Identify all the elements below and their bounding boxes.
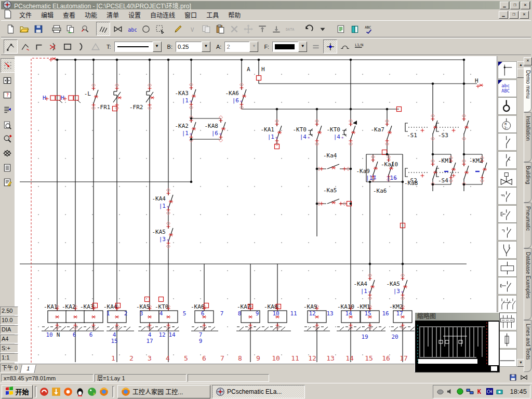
menu-item-4[interactable]: 清单 <box>102 9 124 21</box>
dataicon-button[interactable]: DATA <box>284 22 297 35</box>
mdi-minimize-button[interactable]: ▁ <box>499 11 508 19</box>
menu-item-0[interactable]: 文件 <box>15 9 36 21</box>
area-button[interactable] <box>153 22 166 35</box>
palette-symbol-coilsym[interactable] <box>498 259 517 277</box>
palette-symbol-c_tmr[interactable] <box>498 223 517 241</box>
pindown-button[interactable] <box>270 22 283 35</box>
hop-button[interactable] <box>338 40 351 53</box>
task-button-0[interactable]: 工控人家园 工控... <box>117 385 210 398</box>
quicklaunch-qq-button[interactable] <box>75 387 85 397</box>
circle-button[interactable] <box>139 22 152 35</box>
quicklaunch-parrot-button[interactable] <box>87 387 97 397</box>
palette-tab-installation[interactable]: Installation <box>524 112 531 162</box>
status-cell-4[interactable]: S:+ <box>0 344 18 353</box>
line-width-dropdown-icon[interactable]: ▼ <box>202 42 210 52</box>
menu-item-7[interactable]: 窗口 <box>180 9 202 21</box>
angle-dropdown-icon[interactable]: ▼ <box>249 42 258 52</box>
status-cell-5[interactable]: 1:1 <box>0 353 18 362</box>
palette-symbol-c_ham[interactable] <box>498 151 517 169</box>
curvecut-button[interactable] <box>47 40 60 53</box>
menu-item-9[interactable]: 帮助 <box>223 9 245 21</box>
palette-symbol-c_brk[interactable] <box>498 205 517 223</box>
line-type-dropdown-icon[interactable]: ▼ <box>153 42 162 52</box>
findsym-button[interactable] <box>78 22 91 35</box>
mdi-close-button[interactable]: ✕ <box>520 11 529 19</box>
save-button[interactable] <box>32 22 45 35</box>
palette-tab-database-examples[interactable]: Database Examples <box>524 248 531 320</box>
tray-green-icon[interactable] <box>456 388 464 395</box>
corner-button[interactable] <box>33 40 46 53</box>
line-type-combo[interactable]: ▼ <box>114 42 162 52</box>
palette-symbol-valve[interactable] <box>498 169 517 187</box>
tray-mouse-icon[interactable] <box>436 388 444 395</box>
menu-item-5[interactable]: 设置 <box>124 9 145 21</box>
palette-symbol-c_3p[interactable] <box>498 295 517 313</box>
book-button[interactable] <box>348 22 361 35</box>
palette-symbol-c_no[interactable] <box>498 133 517 151</box>
tray-ime-icon[interactable]: CH <box>486 388 494 395</box>
palette-tab-lines-and-texts[interactable]: Lines and Texts <box>524 320 531 372</box>
copypage-button[interactable] <box>200 22 212 35</box>
lines-button[interactable] <box>96 22 110 36</box>
start-button[interactable]: 开始 <box>2 385 33 398</box>
pagecopy-button[interactable] <box>64 22 77 35</box>
textabc-button[interactable]: abc <box>125 22 138 35</box>
zoomdoc-button[interactable] <box>1 118 14 132</box>
tray-net-icon[interactable] <box>466 388 474 395</box>
palette-symbol-fuse[interactable] <box>498 331 517 349</box>
color-dropdown-icon[interactable]: ▼ <box>298 42 307 52</box>
palette-tab-demo-menu[interactable]: Demo menu <box>524 66 531 112</box>
paste-button[interactable] <box>214 22 227 35</box>
color-combo[interactable]: ▼ <box>272 42 307 52</box>
polyline-button[interactable] <box>19 40 32 53</box>
l1n-button[interactable]: L1/N <box>352 40 365 53</box>
palette-symbol-c_chg[interactable] <box>498 241 517 259</box>
viewall-button[interactable] <box>1 147 14 160</box>
quicklaunch-firefox-button[interactable] <box>99 387 109 397</box>
new-button[interactable] <box>4 22 17 35</box>
pinup-button[interactable] <box>256 22 269 35</box>
status-cell-2[interactable]: DIA <box>0 325 18 334</box>
tray-volume-icon[interactable] <box>446 388 454 395</box>
menu-item-8[interactable]: 工具 <box>202 9 223 21</box>
spell-button[interactable]: ABC <box>362 22 375 35</box>
vmark-button[interactable]: V <box>185 22 198 35</box>
palette-symbol-c_brk2[interactable] <box>498 277 517 295</box>
menu-item-6[interactable]: 自动连线 <box>145 9 180 21</box>
menu-item-1[interactable]: 编辑 <box>36 9 58 21</box>
open-button[interactable] <box>18 22 31 35</box>
status-cell-0[interactable]: 2.50 <box>0 307 18 315</box>
thumbnail-window[interactable]: 缩略图 <box>415 312 500 373</box>
close-button[interactable]: ✕ <box>521 2 530 9</box>
move-button[interactable] <box>242 22 255 35</box>
task-button-1[interactable]: PCschematic ELa... <box>212 385 305 398</box>
palette-close-icon[interactable]: ✕ <box>524 57 532 65</box>
palette-symbol-motor[interactable]: M3~ <box>498 115 517 133</box>
pencil-button[interactable] <box>171 22 184 35</box>
status-cell-1[interactable]: 10.0 <box>0 316 18 325</box>
status-cell-6[interactable]: 下午 0 <box>0 364 18 373</box>
delete-button[interactable] <box>228 22 241 35</box>
rectg-button[interactable] <box>61 40 74 53</box>
undo-button[interactable] <box>302 22 315 35</box>
restore-button[interactable]: ❐ <box>510 2 520 9</box>
gridsnap-button[interactable] <box>1 58 15 73</box>
junction-button[interactable] <box>323 39 337 54</box>
print-button[interactable] <box>50 22 63 35</box>
pageedit-button[interactable] <box>1 176 14 189</box>
status-cell-3[interactable]: A4 <box>0 335 18 343</box>
trig-button[interactable] <box>89 40 102 53</box>
palette-symbol-c_delay[interactable] <box>498 187 517 205</box>
pagedata-button[interactable] <box>1 161 14 175</box>
menu-item-3[interactable]: 功能 <box>80 9 102 21</box>
parallel-button[interactable] <box>309 40 322 53</box>
quicklaunch-flashget-button[interactable] <box>51 387 61 397</box>
palette-symbol-hline[interactable] <box>498 349 517 367</box>
minimize-button[interactable]: ▁ <box>500 2 509 9</box>
objlist-button[interactable] <box>334 22 347 35</box>
tray-kav-icon[interactable]: K <box>476 388 484 395</box>
palette-symbol-junction[interactable] <box>498 61 517 79</box>
palette-tab-building[interactable]: Building <box>524 162 531 203</box>
arcg-button[interactable] <box>75 40 88 53</box>
quicklaunch-foxmail-button[interactable] <box>63 387 73 397</box>
